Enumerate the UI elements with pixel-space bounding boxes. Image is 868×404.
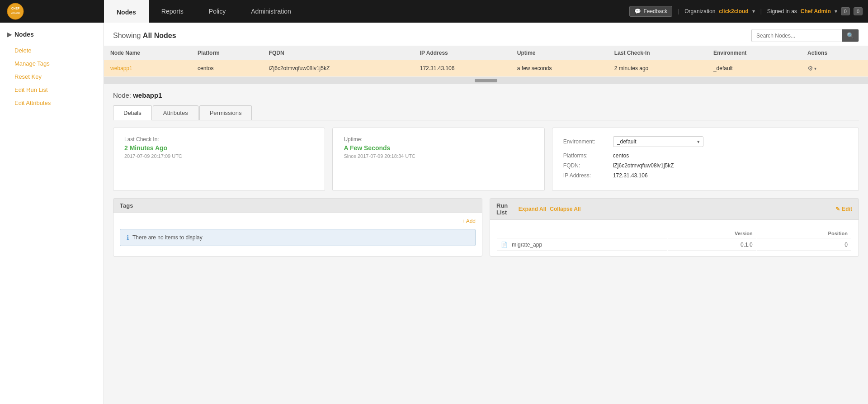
uptime-sub: Since 2017-07-09 20:18:34 UTC — [344, 153, 533, 159]
cell-environment: _default — [707, 60, 801, 77]
tags-panel-header: Tags — [113, 199, 482, 213]
separator2: | — [760, 8, 762, 14]
top-navigation: CHEF MANAGE Nodes Reports Policy Adminis… — [0, 0, 868, 23]
col-platform: Platform — [191, 46, 262, 60]
sidebar-item-delete[interactable]: Delete — [0, 44, 104, 57]
env-label: Environment: — [563, 138, 613, 145]
chevron-right-icon: ▶ — [7, 31, 12, 38]
fqdn-value: iZj6c2otmvqfuw08lv1j5kZ — [613, 162, 674, 169]
platform-label: Platforms: — [563, 152, 613, 159]
table-row[interactable]: webapp1 centos iZj6c2otmvqfuw08lv1j5kZ 1… — [104, 60, 868, 77]
cell-uptime: a few seconds — [511, 60, 608, 77]
nav-tab-administration[interactable]: Administration — [238, 0, 304, 23]
svg-point-0 — [7, 3, 24, 19]
fqdn-row: FQDN: iZj6c2otmvqfuw08lv1j5kZ — [563, 162, 848, 169]
sidebar-item-edit-run-list[interactable]: Edit Run List — [0, 83, 104, 96]
runlist-col-position: Position — [757, 229, 851, 238]
uptime-value: A Few Seconds — [344, 144, 533, 152]
edit-label: Edit — [842, 206, 852, 212]
feedback-label: Feedback — [643, 8, 667, 14]
org-name[interactable]: click2cloud — [719, 8, 748, 14]
runlist-edit-button[interactable]: ✎ Edit — [835, 206, 852, 212]
badge-2[interactable]: 0 — [854, 7, 863, 15]
last-checkin-sub: 2017-07-09 20:17:09 UTC — [124, 153, 314, 159]
nav-tab-nodes[interactable]: Nodes — [104, 0, 149, 23]
expand-all-button[interactable]: Expand All — [519, 206, 547, 212]
nav-tabs: Nodes Reports Policy Administration — [104, 0, 629, 23]
page-body: ▶ Nodes Delete Manage Tags Reset Key Edi… — [0, 23, 868, 404]
runlist-table-body: 📄 migrate_app 0.1.0 0 — [497, 239, 851, 251]
runlist-col-version: Version — [668, 229, 756, 238]
sidebar-item-edit-attributes[interactable]: Edit Attributes — [0, 96, 104, 109]
tab-details[interactable]: Details — [113, 105, 152, 120]
col-ip-address: IP Address — [414, 46, 511, 60]
col-actions: Actions — [801, 46, 868, 60]
runlist-title: Run List — [496, 202, 519, 216]
ip-value: 172.31.43.106 — [613, 172, 648, 179]
tags-add-button[interactable]: + Add — [462, 218, 476, 224]
cell-ip: 172.31.43.106 — [414, 60, 511, 77]
expand-collapse: Run List Expand All Collapse All — [519, 206, 581, 212]
cell-last-checkin: 2 minutes ago — [608, 60, 707, 77]
tags-empty-notice: ℹ There are no items to display — [120, 229, 476, 246]
edit-icon: ✎ — [835, 206, 840, 212]
tags-panel: Tags + Add ℹ There are no items to displ… — [113, 198, 482, 257]
chef-logo-icon: CHEF MANAGE — [7, 3, 24, 20]
detail-tabs: Details Attributes Permissions — [113, 105, 859, 120]
uptime-card: Uptime: A Few Seconds Since 2017-07-09 2… — [332, 128, 544, 191]
dropdown-icon[interactable]: ▾ — [752, 8, 755, 14]
info-panel: Environment: _default Platforms: centos … — [552, 128, 859, 191]
node-name-link[interactable]: webapp1 — [110, 65, 132, 71]
nav-right: 💬 Feedback | Organization click2cloud ▾ … — [629, 6, 868, 17]
nodes-header: Showing All Nodes 🔍 — [104, 23, 868, 46]
admin-dropdown-icon[interactable]: ▾ — [835, 8, 837, 14]
runlist-table-header: Version Position — [497, 229, 851, 238]
main-content: Showing All Nodes 🔍 Node Name Platform F… — [104, 23, 868, 404]
sidebar-item-manage-tags[interactable]: Manage Tags — [0, 57, 104, 70]
splitter[interactable] — [104, 77, 868, 84]
ip-row: IP Address: 172.31.43.106 — [563, 172, 848, 179]
node-title-prefix: Node: — [113, 91, 131, 99]
environment-select[interactable]: _default — [613, 136, 703, 147]
runlist-panel-header: Run List Run List Expand All Collapse Al… — [490, 199, 859, 220]
platform-row: Platforms: centos — [563, 152, 848, 159]
last-checkin-label: Last Check In: — [124, 136, 314, 143]
nodes-title: Showing All Nodes — [113, 32, 176, 40]
cookbook-icon: 📄 — [501, 242, 508, 248]
tab-attributes[interactable]: Attributes — [153, 105, 198, 120]
col-last-checkin: Last Check-In — [608, 46, 707, 60]
cell-node-name: webapp1 — [104, 60, 191, 77]
sidebar-header[interactable]: ▶ Nodes — [0, 27, 104, 42]
info-icon: ℹ — [127, 234, 129, 241]
nav-tab-reports[interactable]: Reports — [149, 0, 196, 23]
platform-value: centos — [613, 152, 629, 159]
actions-dropdown-icon[interactable]: ▾ — [814, 66, 816, 71]
nodes-table: Node Name Platform FQDN IP Address Uptim… — [104, 46, 868, 77]
table-header: Node Name Platform FQDN IP Address Uptim… — [104, 46, 868, 60]
cell-fqdn: iZj6c2otmvqfuw08lv1j5kZ — [263, 60, 414, 77]
feedback-button[interactable]: 💬 Feedback — [629, 6, 672, 17]
svg-text:CHEF: CHEF — [11, 7, 19, 10]
admin-name[interactable]: Chef Admin — [801, 8, 831, 14]
tags-empty-message: There are no items to display — [132, 234, 203, 241]
tab-permissions[interactable]: Permissions — [199, 105, 252, 120]
runlist-name-value: migrate_app — [512, 242, 542, 248]
runlist-controls: Run List Expand All Collapse All ✎ Edit — [519, 206, 852, 212]
bottom-row: Tags + Add ℹ There are no items to displ… — [113, 198, 859, 257]
gear-icon[interactable]: ⚙ — [807, 65, 813, 72]
splitter-handle — [475, 79, 497, 82]
nodes-section: Showing All Nodes 🔍 Node Name Platform F… — [104, 23, 868, 77]
nav-tab-policy[interactable]: Policy — [196, 0, 238, 23]
runlist-col-name — [497, 229, 667, 238]
col-node-name: Node Name — [104, 46, 191, 60]
logo-area: CHEF MANAGE — [0, 0, 104, 23]
collapse-all-button[interactable]: Collapse All — [550, 206, 580, 212]
info-cards: Last Check In: 2 Minutes Ago 2017-07-09 … — [113, 128, 859, 191]
badge-1[interactable]: 0 — [841, 7, 850, 15]
runlist-version: 0.1.0 — [668, 239, 756, 251]
search-button[interactable]: 🔍 — [842, 29, 859, 42]
fqdn-label: FQDN: — [563, 162, 613, 169]
sidebar-title: Nodes — [14, 31, 34, 38]
sidebar-item-reset-key[interactable]: Reset Key — [0, 70, 104, 83]
search-input[interactable] — [752, 30, 842, 41]
